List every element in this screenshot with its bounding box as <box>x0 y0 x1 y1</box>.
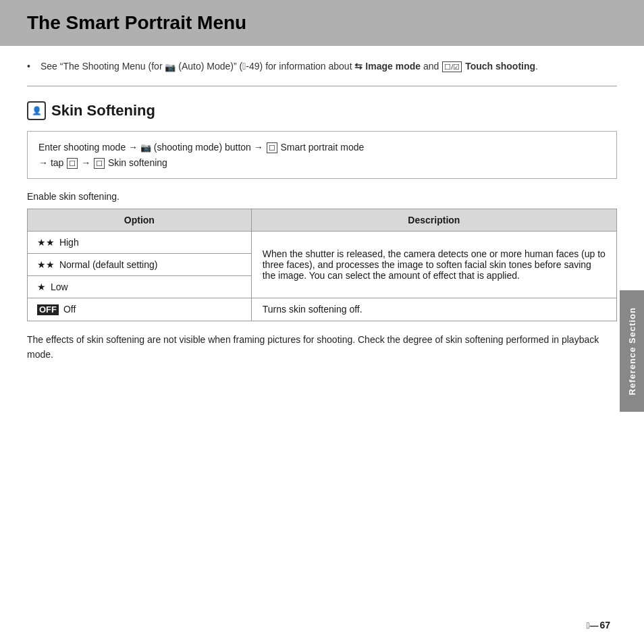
skin-softening-heading: 👤 Skin Softening <box>27 101 617 120</box>
skin-softening-title: Skin Softening <box>51 102 155 119</box>
col-header-option: Option <box>28 209 252 232</box>
low-label: Low <box>51 281 68 292</box>
instruction-box: Enter shooting mode → 📷 (shooting mode) … <box>27 131 617 179</box>
image-mode-text: ⇆ Image mode <box>354 61 421 72</box>
instr-menu-icon: ☐ <box>67 158 78 169</box>
col-header-description: Description <box>251 209 616 232</box>
skin-softening-icon: 👤 <box>27 101 46 120</box>
side-tab: Reference Section <box>620 290 644 412</box>
page-icon: 𡤆— <box>587 620 599 630</box>
table-row: OFF Off Turns skin softening off. <box>28 298 617 321</box>
instruction-line2: → tap ☐ → ☐ Skin softening <box>38 157 167 168</box>
off-badge: OFF <box>37 304 59 315</box>
footer-note: The effects of skin softening are not vi… <box>27 332 617 363</box>
camera-icon: 📷 <box>165 62 176 72</box>
touch-shooting-text: Touch shooting <box>465 61 535 72</box>
page-num: 67 <box>599 620 610 630</box>
table-row: ★★ High When the shutter is released, th… <box>28 232 617 254</box>
section-divider <box>27 86 617 86</box>
options-table: Option Description ★★ High When the shut… <box>27 209 617 321</box>
normal-star-icon: ★★ <box>37 259 55 270</box>
touch-icon: ☐/☑ <box>442 61 462 72</box>
description-off: Turns skin softening off. <box>251 298 616 321</box>
header-bar: The Smart Portrait Menu <box>0 0 644 46</box>
bullet-text: See “The Shooting Menu (for 📷 (Auto) Mod… <box>41 61 538 72</box>
option-off: OFF Off <box>28 298 252 321</box>
page-number: 𡤆— 67 <box>587 620 610 630</box>
side-tab-label: Reference Section <box>627 307 637 395</box>
description-high-normal-low: When the shutter is released, the camera… <box>251 232 616 298</box>
off-label-text: Off <box>63 304 76 315</box>
bullet-item: See “The Shooting Menu (for 📷 (Auto) Mod… <box>27 59 617 74</box>
instr-skin-icon: ☐ <box>94 158 105 169</box>
high-label: High <box>59 237 79 248</box>
option-low: ★ Low <box>28 276 252 298</box>
option-normal: ★★ Normal (default setting) <box>28 254 252 276</box>
low-star-icon: ★ <box>37 281 46 292</box>
instr-portrait-icon: ☐ <box>267 142 277 153</box>
option-high: ★★ High <box>28 232 252 254</box>
normal-label: Normal (default setting) <box>59 259 158 270</box>
page-title: The Smart Portrait Menu <box>27 12 617 34</box>
main-content: See “The Shooting Menu (for 📷 (Auto) Mod… <box>0 46 644 396</box>
instruction-line1: Enter shooting mode → 📷 (shooting mode) … <box>38 142 364 153</box>
high-star-icon: ★★ <box>37 237 55 248</box>
enable-text: Enable skin softening. <box>27 191 617 202</box>
table-header-row: Option Description <box>28 209 617 232</box>
instr-camera-icon: 📷 <box>140 142 151 153</box>
bullet-section: See “The Shooting Menu (for 📷 (Auto) Mod… <box>27 59 617 74</box>
